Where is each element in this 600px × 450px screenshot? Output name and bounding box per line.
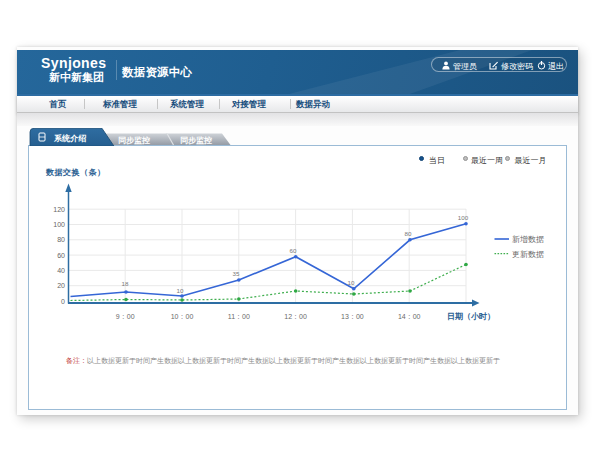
svg-text:13：00: 13：00 (341, 313, 364, 320)
svg-text:14：00: 14：00 (398, 313, 421, 320)
svg-text:9：00: 9：00 (116, 313, 135, 320)
svg-text:同步监控: 同步监控 (118, 136, 150, 145)
svg-text:同步监控: 同步监控 (180, 136, 212, 145)
svg-text:10: 10 (177, 287, 184, 294)
svg-text:100: 100 (53, 221, 65, 228)
svg-text:系统介绍: 系统介绍 (53, 133, 86, 143)
svg-text:35: 35 (233, 270, 240, 277)
svg-text:40: 40 (57, 267, 65, 274)
svg-text:10：00: 10：00 (171, 313, 194, 320)
svg-text:0: 0 (61, 298, 65, 305)
svg-text:60: 60 (290, 247, 297, 254)
svg-text:20: 20 (57, 282, 65, 289)
svg-text:11：00: 11：00 (228, 313, 250, 320)
svg-text:10: 10 (348, 279, 355, 286)
svg-text:12：00: 12：00 (284, 313, 307, 320)
svg-text:18: 18 (122, 280, 129, 287)
svg-text:日期（小时）: 日期（小时） (447, 312, 495, 321)
svg-text:60: 60 (57, 252, 65, 259)
svg-text:新增数据: 新增数据 (512, 235, 544, 244)
svg-text:100: 100 (458, 214, 469, 221)
svg-text:80: 80 (405, 230, 412, 237)
svg-text:80: 80 (57, 236, 65, 243)
svg-text:120: 120 (53, 206, 65, 213)
svg-text:更新数据: 更新数据 (512, 250, 544, 259)
